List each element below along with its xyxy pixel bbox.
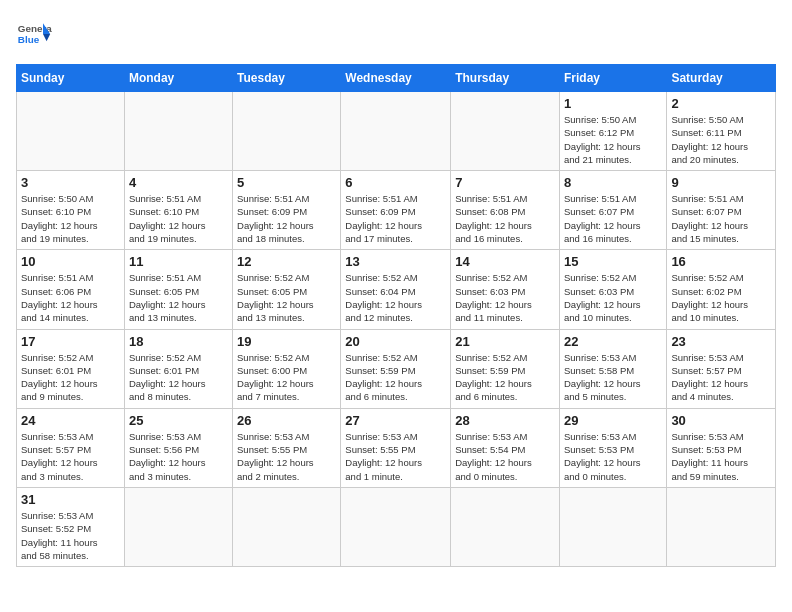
calendar-week-3: 10Sunrise: 5:51 AM Sunset: 6:06 PM Dayli…	[17, 250, 776, 329]
calendar-cell: 11Sunrise: 5:51 AM Sunset: 6:05 PM Dayli…	[124, 250, 232, 329]
day-info: Sunrise: 5:52 AM Sunset: 6:01 PM Dayligh…	[129, 351, 228, 404]
calendar-cell: 1Sunrise: 5:50 AM Sunset: 6:12 PM Daylig…	[559, 92, 666, 171]
calendar-cell: 25Sunrise: 5:53 AM Sunset: 5:56 PM Dayli…	[124, 408, 232, 487]
day-number: 31	[21, 492, 120, 507]
weekday-header-saturday: Saturday	[667, 65, 776, 92]
day-number: 2	[671, 96, 771, 111]
calendar-cell: 6Sunrise: 5:51 AM Sunset: 6:09 PM Daylig…	[341, 171, 451, 250]
calendar-cell: 30Sunrise: 5:53 AM Sunset: 5:53 PM Dayli…	[667, 408, 776, 487]
calendar-cell: 14Sunrise: 5:52 AM Sunset: 6:03 PM Dayli…	[451, 250, 560, 329]
calendar-cell: 26Sunrise: 5:53 AM Sunset: 5:55 PM Dayli…	[233, 408, 341, 487]
day-info: Sunrise: 5:51 AM Sunset: 6:09 PM Dayligh…	[237, 192, 336, 245]
day-info: Sunrise: 5:52 AM Sunset: 6:03 PM Dayligh…	[564, 271, 662, 324]
calendar-cell: 17Sunrise: 5:52 AM Sunset: 6:01 PM Dayli…	[17, 329, 125, 408]
calendar-cell	[341, 92, 451, 171]
weekday-header-friday: Friday	[559, 65, 666, 92]
weekday-header-sunday: Sunday	[17, 65, 125, 92]
calendar-cell: 3Sunrise: 5:50 AM Sunset: 6:10 PM Daylig…	[17, 171, 125, 250]
day-number: 25	[129, 413, 228, 428]
calendar-cell: 16Sunrise: 5:52 AM Sunset: 6:02 PM Dayli…	[667, 250, 776, 329]
day-info: Sunrise: 5:52 AM Sunset: 6:02 PM Dayligh…	[671, 271, 771, 324]
calendar-cell: 20Sunrise: 5:52 AM Sunset: 5:59 PM Dayli…	[341, 329, 451, 408]
day-info: Sunrise: 5:52 AM Sunset: 6:04 PM Dayligh…	[345, 271, 446, 324]
weekday-header-monday: Monday	[124, 65, 232, 92]
day-info: Sunrise: 5:53 AM Sunset: 5:53 PM Dayligh…	[671, 430, 771, 483]
calendar-cell: 4Sunrise: 5:51 AM Sunset: 6:10 PM Daylig…	[124, 171, 232, 250]
day-number: 5	[237, 175, 336, 190]
day-info: Sunrise: 5:52 AM Sunset: 6:00 PM Dayligh…	[237, 351, 336, 404]
day-number: 27	[345, 413, 446, 428]
day-number: 16	[671, 254, 771, 269]
day-info: Sunrise: 5:50 AM Sunset: 6:11 PM Dayligh…	[671, 113, 771, 166]
day-number: 11	[129, 254, 228, 269]
calendar-cell: 19Sunrise: 5:52 AM Sunset: 6:00 PM Dayli…	[233, 329, 341, 408]
day-info: Sunrise: 5:53 AM Sunset: 5:58 PM Dayligh…	[564, 351, 662, 404]
calendar-week-6: 31Sunrise: 5:53 AM Sunset: 5:52 PM Dayli…	[17, 487, 776, 566]
day-number: 18	[129, 334, 228, 349]
calendar-cell: 15Sunrise: 5:52 AM Sunset: 6:03 PM Dayli…	[559, 250, 666, 329]
day-number: 20	[345, 334, 446, 349]
calendar-cell: 9Sunrise: 5:51 AM Sunset: 6:07 PM Daylig…	[667, 171, 776, 250]
calendar-cell	[667, 487, 776, 566]
day-number: 13	[345, 254, 446, 269]
day-number: 9	[671, 175, 771, 190]
day-info: Sunrise: 5:53 AM Sunset: 5:54 PM Dayligh…	[455, 430, 555, 483]
calendar-cell: 18Sunrise: 5:52 AM Sunset: 6:01 PM Dayli…	[124, 329, 232, 408]
day-info: Sunrise: 5:52 AM Sunset: 6:05 PM Dayligh…	[237, 271, 336, 324]
calendar-cell: 5Sunrise: 5:51 AM Sunset: 6:09 PM Daylig…	[233, 171, 341, 250]
day-number: 14	[455, 254, 555, 269]
day-number: 1	[564, 96, 662, 111]
calendar-cell: 27Sunrise: 5:53 AM Sunset: 5:55 PM Dayli…	[341, 408, 451, 487]
day-info: Sunrise: 5:51 AM Sunset: 6:07 PM Dayligh…	[564, 192, 662, 245]
calendar-cell	[559, 487, 666, 566]
calendar-cell	[17, 92, 125, 171]
day-number: 23	[671, 334, 771, 349]
calendar-cell: 2Sunrise: 5:50 AM Sunset: 6:11 PM Daylig…	[667, 92, 776, 171]
day-info: Sunrise: 5:53 AM Sunset: 5:57 PM Dayligh…	[21, 430, 120, 483]
day-info: Sunrise: 5:51 AM Sunset: 6:06 PM Dayligh…	[21, 271, 120, 324]
day-number: 15	[564, 254, 662, 269]
day-info: Sunrise: 5:53 AM Sunset: 5:56 PM Dayligh…	[129, 430, 228, 483]
day-info: Sunrise: 5:50 AM Sunset: 6:10 PM Dayligh…	[21, 192, 120, 245]
day-number: 4	[129, 175, 228, 190]
day-info: Sunrise: 5:52 AM Sunset: 6:01 PM Dayligh…	[21, 351, 120, 404]
day-info: Sunrise: 5:53 AM Sunset: 5:55 PM Dayligh…	[237, 430, 336, 483]
day-info: Sunrise: 5:52 AM Sunset: 5:59 PM Dayligh…	[345, 351, 446, 404]
calendar-cell: 31Sunrise: 5:53 AM Sunset: 5:52 PM Dayli…	[17, 487, 125, 566]
calendar-cell: 7Sunrise: 5:51 AM Sunset: 6:08 PM Daylig…	[451, 171, 560, 250]
day-info: Sunrise: 5:52 AM Sunset: 5:59 PM Dayligh…	[455, 351, 555, 404]
weekday-header-wednesday: Wednesday	[341, 65, 451, 92]
weekday-header-row: SundayMondayTuesdayWednesdayThursdayFrid…	[17, 65, 776, 92]
calendar-cell	[124, 487, 232, 566]
day-number: 19	[237, 334, 336, 349]
day-number: 24	[21, 413, 120, 428]
day-info: Sunrise: 5:51 AM Sunset: 6:09 PM Dayligh…	[345, 192, 446, 245]
logo: General Blue	[16, 16, 52, 52]
calendar-cell	[451, 92, 560, 171]
calendar-cell: 22Sunrise: 5:53 AM Sunset: 5:58 PM Dayli…	[559, 329, 666, 408]
calendar-cell	[233, 92, 341, 171]
day-number: 26	[237, 413, 336, 428]
day-number: 29	[564, 413, 662, 428]
day-info: Sunrise: 5:51 AM Sunset: 6:07 PM Dayligh…	[671, 192, 771, 245]
day-number: 28	[455, 413, 555, 428]
calendar-week-1: 1Sunrise: 5:50 AM Sunset: 6:12 PM Daylig…	[17, 92, 776, 171]
day-number: 7	[455, 175, 555, 190]
calendar-cell: 12Sunrise: 5:52 AM Sunset: 6:05 PM Dayli…	[233, 250, 341, 329]
day-number: 6	[345, 175, 446, 190]
day-info: Sunrise: 5:51 AM Sunset: 6:10 PM Dayligh…	[129, 192, 228, 245]
calendar-week-5: 24Sunrise: 5:53 AM Sunset: 5:57 PM Dayli…	[17, 408, 776, 487]
calendar-cell: 10Sunrise: 5:51 AM Sunset: 6:06 PM Dayli…	[17, 250, 125, 329]
calendar-table: SundayMondayTuesdayWednesdayThursdayFrid…	[16, 64, 776, 567]
calendar-cell: 13Sunrise: 5:52 AM Sunset: 6:04 PM Dayli…	[341, 250, 451, 329]
svg-marker-3	[43, 34, 50, 41]
day-info: Sunrise: 5:52 AM Sunset: 6:03 PM Dayligh…	[455, 271, 555, 324]
calendar-cell	[124, 92, 232, 171]
weekday-header-tuesday: Tuesday	[233, 65, 341, 92]
calendar-cell: 28Sunrise: 5:53 AM Sunset: 5:54 PM Dayli…	[451, 408, 560, 487]
weekday-header-thursday: Thursday	[451, 65, 560, 92]
calendar-cell: 21Sunrise: 5:52 AM Sunset: 5:59 PM Dayli…	[451, 329, 560, 408]
day-info: Sunrise: 5:51 AM Sunset: 6:05 PM Dayligh…	[129, 271, 228, 324]
logo-icon: General Blue	[16, 16, 52, 52]
day-number: 30	[671, 413, 771, 428]
